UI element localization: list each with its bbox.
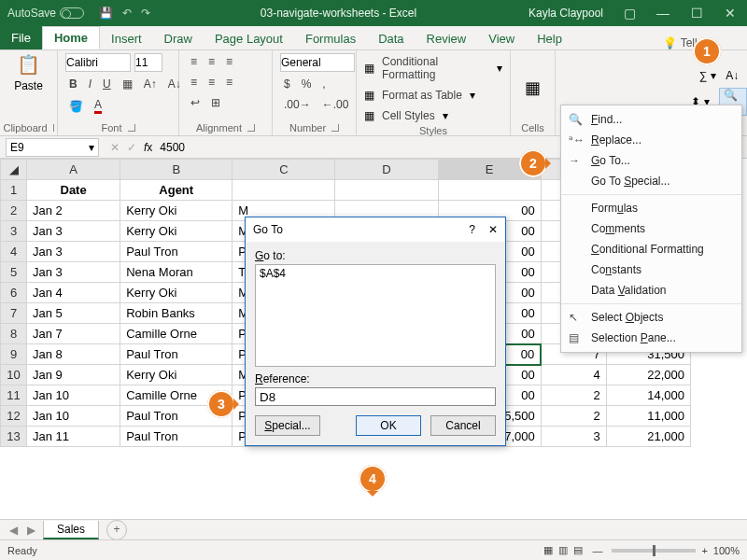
row-header[interactable]: 2: [1, 201, 27, 221]
cell[interactable]: Jan 4: [27, 283, 120, 303]
cell[interactable]: Paul Tron: [120, 344, 233, 365]
wrap-text-icon[interactable]: ↩: [187, 94, 204, 111]
sheet-nav-prev-icon[interactable]: ◀: [0, 524, 27, 537]
reference-input[interactable]: [255, 387, 496, 406]
tab-formulas[interactable]: Formulas: [294, 28, 367, 49]
cell[interactable]: Agent: [120, 180, 233, 201]
cancel-formula-icon[interactable]: ✕: [110, 141, 120, 154]
maximize-icon[interactable]: ☐: [680, 6, 713, 21]
comma-icon[interactable]: ,: [318, 76, 329, 92]
cell[interactable]: Jan 7: [27, 324, 120, 344]
cell[interactable]: Jan 9: [27, 365, 120, 385]
font-size-combo[interactable]: [134, 53, 162, 72]
special-button[interactable]: Special...: [255, 415, 320, 436]
row-header[interactable]: 8: [1, 324, 27, 344]
underline-button[interactable]: U: [99, 76, 115, 92]
cell[interactable]: [233, 180, 335, 201]
inc-decimal-icon[interactable]: .00→: [280, 96, 315, 113]
help-icon[interactable]: ?: [469, 223, 475, 236]
new-sheet-button[interactable]: +: [106, 520, 127, 540]
close-icon[interactable]: ✕: [488, 223, 498, 236]
cells-icon[interactable]: ▦: [525, 77, 541, 98]
cell[interactable]: Jan 11: [27, 427, 120, 447]
cell[interactable]: 2: [541, 406, 606, 427]
cell[interactable]: 14,000: [606, 385, 690, 406]
tab-help[interactable]: Help: [526, 28, 573, 49]
name-box[interactable]: E9▾: [6, 138, 99, 157]
format-table-button[interactable]: Format as Table: [378, 87, 466, 104]
align-bottom-icon[interactable]: ≡: [222, 53, 236, 70]
tab-review[interactable]: Review: [416, 28, 478, 49]
menu-formulas[interactable]: Formulas: [561, 198, 741, 218]
view-pagebreak-icon[interactable]: ▤: [573, 544, 583, 556]
bold-button[interactable]: B: [65, 76, 81, 92]
row-header[interactable]: 13: [1, 427, 27, 447]
merge-icon[interactable]: ⊞: [207, 94, 224, 111]
undo-icon[interactable]: ↶: [122, 7, 132, 20]
minimize-icon[interactable]: —: [646, 6, 680, 21]
row-header[interactable]: 6: [1, 283, 27, 303]
cell[interactable]: 4: [541, 365, 606, 385]
menu-replace[interactable]: ᵃ↔Replace...: [561, 130, 741, 150]
row-header[interactable]: 3: [1, 221, 27, 242]
cell[interactable]: [438, 180, 541, 201]
row-header[interactable]: 12: [1, 406, 27, 427]
tab-view[interactable]: View: [477, 28, 526, 49]
cell[interactable]: Date: [27, 180, 120, 201]
autosave-toggle[interactable]: AutoSave: [0, 7, 92, 20]
menu-comments[interactable]: Comments: [561, 218, 741, 239]
paste-icon[interactable]: 📋: [17, 53, 40, 76]
cell[interactable]: 2: [541, 385, 606, 406]
dialog-launcher-icon[interactable]: [53, 124, 54, 132]
align-right-icon[interactable]: ≡: [222, 74, 236, 91]
row-header[interactable]: 4: [1, 242, 27, 262]
currency-icon[interactable]: $: [280, 76, 294, 92]
redo-icon[interactable]: ↷: [141, 7, 150, 20]
sheet-tab-sales[interactable]: Sales: [43, 521, 99, 539]
cell[interactable]: 21,000: [606, 427, 690, 447]
tab-file[interactable]: File: [0, 26, 42, 49]
view-layout-icon[interactable]: ▥: [558, 544, 568, 556]
cell[interactable]: Jan 3: [27, 262, 120, 283]
percent-icon[interactable]: %: [298, 76, 316, 92]
tab-data[interactable]: Data: [367, 28, 415, 49]
goto-listbox[interactable]: $A$4: [255, 264, 496, 367]
row-header[interactable]: 5: [1, 262, 27, 283]
zoom-level[interactable]: 100%: [713, 545, 740, 556]
menu-cond-fmt[interactable]: Conditional Formatting: [561, 239, 741, 259]
user-name[interactable]: Kayla Claypool: [519, 7, 613, 20]
tab-draw[interactable]: Draw: [153, 28, 204, 49]
dialog-launcher-icon[interactable]: [247, 124, 255, 132]
col-header[interactable]: A: [27, 160, 120, 180]
border-icon[interactable]: ▦: [119, 76, 136, 92]
menu-constants[interactable]: Constants: [561, 259, 741, 280]
cell[interactable]: Jan 10: [27, 406, 120, 427]
col-header[interactable]: D: [335, 160, 438, 180]
fx-icon[interactable]: fx: [144, 141, 152, 154]
italic-button[interactable]: I: [85, 76, 95, 92]
cell[interactable]: Paul Tron: [120, 427, 233, 447]
view-normal-icon[interactable]: ▦: [543, 544, 553, 556]
menu-goto[interactable]: →Go To...: [561, 150, 741, 171]
ok-button[interactable]: OK: [356, 415, 421, 436]
cell[interactable]: Jan 2: [27, 201, 120, 221]
cell-styles-button[interactable]: Cell Styles: [378, 107, 439, 124]
paste-button[interactable]: Paste: [14, 79, 43, 92]
menu-goto-special[interactable]: Go To Special...: [561, 171, 741, 191]
cell[interactable]: Jan 3: [27, 221, 120, 242]
autosum-icon[interactable]: ∑: [699, 69, 708, 82]
row-header[interactable]: 7: [1, 303, 27, 324]
cell[interactable]: 11,000: [606, 406, 690, 427]
cell[interactable]: Nena Moran: [120, 262, 233, 283]
cell[interactable]: Paul Tron: [120, 242, 233, 262]
cell[interactable]: Camille Orne: [120, 324, 233, 344]
menu-select-objects[interactable]: ↖Select Objects: [561, 307, 741, 328]
ribbon-options-icon[interactable]: ▢: [613, 6, 646, 21]
cell[interactable]: Jan 3: [27, 242, 120, 262]
row-header[interactable]: 11: [1, 385, 27, 406]
col-header[interactable]: B: [120, 160, 233, 180]
tab-page-layout[interactable]: Page Layout: [204, 28, 294, 49]
conditional-formatting-button[interactable]: Conditional Formatting: [378, 53, 493, 83]
font-grow-icon[interactable]: A↑: [140, 76, 161, 92]
cancel-button[interactable]: Cancel: [430, 415, 496, 436]
